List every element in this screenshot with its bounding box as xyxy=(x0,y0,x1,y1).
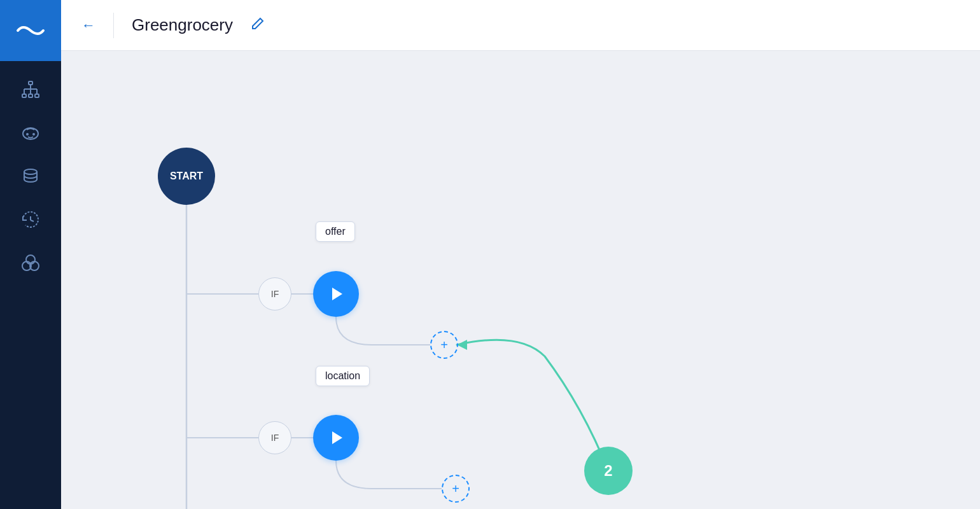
svg-rect-1 xyxy=(22,94,26,97)
play-icon-2 xyxy=(327,429,345,447)
svg-rect-3 xyxy=(35,94,39,97)
play-node-2[interactable] xyxy=(313,415,359,461)
start-node[interactable]: START xyxy=(158,148,215,205)
sidebar-item-database[interactable] xyxy=(11,158,50,196)
svg-rect-0 xyxy=(29,81,32,85)
logo-icon xyxy=(15,22,46,39)
play-node-1[interactable] xyxy=(313,271,359,317)
page-title: Greengrocery xyxy=(132,15,233,35)
svg-marker-26 xyxy=(332,431,342,444)
sidebar-item-circles[interactable] xyxy=(11,244,50,282)
offer-label: offer xyxy=(316,221,355,242)
svg-line-14 xyxy=(31,220,34,221)
location-label: location xyxy=(316,366,370,386)
sidebar-item-ai[interactable] xyxy=(11,115,50,153)
svg-point-10 xyxy=(26,133,29,136)
svg-rect-2 xyxy=(29,94,32,97)
if-node-2[interactable]: IF xyxy=(258,421,291,454)
sidebar-item-hierarchy[interactable] xyxy=(11,71,50,109)
play-icon-1 xyxy=(327,285,345,303)
add-node-2[interactable]: + xyxy=(442,475,470,503)
svg-marker-24 xyxy=(457,340,467,350)
main-content: ← Greengrocery xyxy=(61,0,980,509)
if-node-1[interactable]: IF xyxy=(258,277,291,310)
teal-node-2[interactable]: 2 xyxy=(584,447,633,495)
edit-icon[interactable] xyxy=(251,17,265,34)
header-divider xyxy=(113,13,114,38)
flow-canvas: START offer IF + location IF xyxy=(61,51,980,509)
flow-svg-overlay xyxy=(61,51,980,509)
svg-point-11 xyxy=(32,133,35,136)
header: ← Greengrocery xyxy=(61,0,980,51)
logo[interactable] xyxy=(0,0,61,61)
svg-marker-25 xyxy=(332,288,342,300)
svg-point-12 xyxy=(24,169,37,174)
add-node-1[interactable]: + xyxy=(430,331,458,359)
sidebar-item-history[interactable] xyxy=(11,201,50,239)
back-button[interactable]: ← xyxy=(81,17,95,34)
sidebar xyxy=(0,0,61,509)
